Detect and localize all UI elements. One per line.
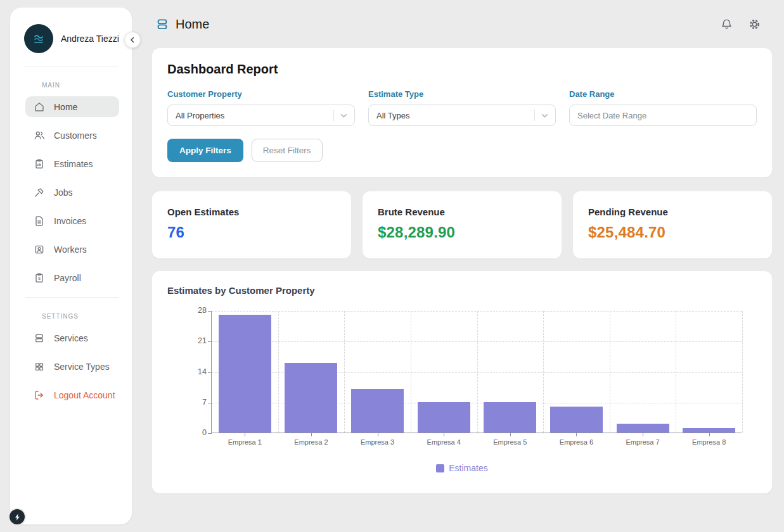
x-axis-tick	[378, 433, 378, 436]
sidebar-item-label: Logout Account	[54, 390, 115, 400]
customer-property-value: All Properties	[176, 111, 333, 120]
x-axis-tick	[510, 433, 511, 436]
avatar	[24, 24, 53, 53]
user-name: Andreza Tiezzi	[61, 34, 119, 44]
sidebar-item-services[interactable]: Services	[25, 327, 119, 348]
jobs-icon	[34, 187, 45, 198]
sidebar-item-home[interactable]: Home	[25, 96, 119, 117]
x-tick-label: Empresa 2	[294, 438, 328, 446]
reset-filters-button[interactable]: Reset Filters	[252, 139, 323, 162]
page-title: Home	[176, 17, 209, 32]
y-axis-tick	[208, 341, 212, 342]
chevron-down-icon	[541, 111, 549, 120]
estimate-type-select[interactable]: All Types	[368, 104, 556, 126]
layers-icon	[156, 18, 169, 30]
sidebar-item-jobs[interactable]: Jobs	[25, 182, 119, 203]
gridline-vertical	[344, 311, 345, 433]
filter-actions: Apply Filters Reset Filters	[167, 139, 757, 162]
logout-icon	[34, 390, 45, 401]
sidebar-item-payroll[interactable]: $Payroll	[25, 267, 119, 288]
bar-empresa-2	[285, 363, 337, 433]
sidebar-item-label: Estimates	[54, 159, 93, 169]
x-tick-label: Empresa 5	[493, 438, 527, 446]
y-axis-tick	[208, 433, 212, 434]
customer-property-label: Customer Property	[167, 89, 355, 99]
payroll-icon: $	[34, 272, 45, 284]
bar-empresa-7	[617, 424, 669, 433]
lightning-icon	[13, 513, 22, 521]
legend-swatch	[436, 464, 444, 472]
chart-title: Estimates by Customer Property	[167, 285, 757, 296]
workers-icon	[34, 244, 45, 255]
customer-property-select[interactable]: All Properties	[167, 104, 355, 126]
dashboard-report-title: Dashboard Report	[167, 62, 757, 77]
sidebar-item-estimates[interactable]: Estimates	[25, 153, 119, 174]
x-tick-label: Empresa 3	[361, 438, 394, 446]
home-icon	[34, 101, 45, 113]
stat-label: Brute Revenue	[378, 206, 546, 217]
sidebar-item-logout-account[interactable]: Logout Account	[25, 384, 119, 405]
stat-card-pending-revenue: Pending Revenue $25,484.70	[573, 191, 772, 258]
gridline-vertical	[676, 311, 676, 433]
dashboard-report-card: Dashboard Report Customer Property All P…	[152, 48, 772, 177]
invoices-icon	[34, 215, 45, 227]
avatar-logo-icon	[30, 30, 47, 47]
sidebar-item-workers[interactable]: Workers	[25, 239, 119, 260]
chevron-down-icon	[340, 111, 348, 120]
sidebar-item-label: Customers	[54, 130, 97, 141]
select-divider	[333, 110, 334, 121]
svg-text:$: $	[38, 276, 41, 281]
stat-value: $28,289.90	[378, 224, 546, 241]
x-tick-label: Empresa 4	[427, 438, 461, 446]
stat-label: Pending Revenue	[588, 206, 757, 217]
gridline-vertical	[742, 311, 743, 433]
gridline-vertical	[278, 311, 279, 433]
gear-icon[interactable]	[749, 18, 761, 30]
x-axis-tick	[444, 433, 444, 436]
sidebar-item-label: Workers	[54, 244, 87, 255]
bell-icon[interactable]	[721, 18, 733, 30]
x-axis-tick	[709, 433, 710, 436]
sidebar-item-label: Home	[54, 102, 77, 112]
section-divider	[25, 297, 119, 298]
sidebar-collapse-button[interactable]	[124, 32, 141, 48]
sidebar-item-label: Invoices	[54, 216, 86, 226]
topbar-actions	[721, 18, 761, 30]
apply-filters-button[interactable]: Apply Filters	[167, 139, 243, 162]
lightning-badge[interactable]	[8, 508, 26, 526]
x-axis-tick	[311, 433, 312, 436]
sidebar-item-service-types[interactable]: Service Types	[25, 356, 119, 377]
sidebar-item-label: Services	[54, 333, 88, 343]
service-types-icon	[34, 361, 45, 372]
bar-chart: 07142128Empresa 1Empresa 2Empresa 3Empre…	[167, 305, 757, 477]
sidebar-section-label: MAIN	[42, 82, 119, 89]
services-icon	[34, 332, 45, 344]
x-axis-tick	[576, 433, 577, 436]
sidebar-item-invoices[interactable]: Invoices	[25, 210, 119, 231]
profile-divider	[24, 66, 118, 66]
y-axis-tick	[208, 403, 212, 403]
x-tick-label: Empresa 8	[692, 438, 726, 446]
filter-row: Customer Property All Properties Estimat…	[167, 89, 757, 126]
gridline-vertical	[610, 311, 610, 433]
topbar: Home	[152, 0, 772, 48]
chart-plot-area: 07142128Empresa 1Empresa 2Empresa 3Empre…	[211, 311, 742, 433]
stat-value: 76	[167, 224, 336, 241]
sidebar: Andreza Tiezzi MAINHomeCustomersEstimate…	[10, 8, 132, 524]
sidebar-nav: MAINHomeCustomersEstimatesJobsInvoicesWo…	[10, 82, 132, 405]
date-range-label: Date Range	[569, 89, 757, 99]
x-tick-label: Empresa 1	[228, 438, 262, 446]
date-range-input[interactable]	[569, 104, 757, 126]
sidebar-item-label: Jobs	[54, 187, 73, 198]
stat-card-open-estimates: Open Estimates 76	[152, 191, 351, 258]
user-profile: Andreza Tiezzi	[10, 8, 132, 66]
stat-card-brute-revenue: Brute Revenue $28,289.90	[363, 191, 562, 258]
sidebar-item-customers[interactable]: Customers	[25, 125, 119, 146]
gridline-vertical	[411, 311, 411, 433]
gridline-vertical	[543, 311, 544, 433]
y-tick-label: 21	[185, 336, 207, 345]
estimates-chart-card: Estimates by Customer Property 07142128E…	[152, 271, 772, 493]
y-axis-tick	[208, 372, 212, 373]
chart-legend: Estimates	[167, 463, 757, 473]
x-tick-label: Empresa 7	[626, 438, 659, 446]
